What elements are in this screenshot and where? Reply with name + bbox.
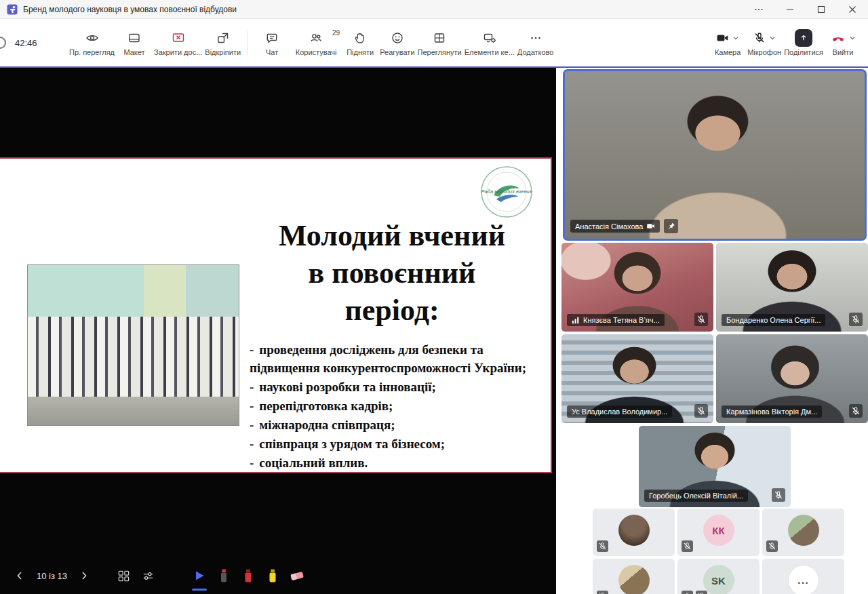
participant-name-chip: Горобець Олексій Віталій...	[644, 490, 748, 502]
slide-grid-view-button[interactable]	[113, 566, 134, 586]
video-tile-karmazinova[interactable]: Кармазінова Вікторія Дм...	[716, 334, 868, 423]
slide-bullet: -соціальний вплив.	[250, 454, 541, 472]
participant-name: Бондаренко Олена Сергії...	[726, 316, 821, 324]
red-pen-tool-button[interactable]	[238, 566, 258, 586]
ellipsis-icon	[529, 31, 542, 45]
mic-muted-icon	[696, 591, 707, 594]
participant-name: Князєва Тетяна В’яч...	[583, 316, 660, 324]
popout-icon	[216, 31, 230, 45]
camera-label: Камера	[715, 48, 741, 56]
view-button[interactable]: Переглянути	[416, 27, 463, 59]
camera-controls-button[interactable]: Елементи ке...	[463, 27, 516, 59]
window-title: Бренд молодого науковця в умовах повоєнн…	[23, 5, 237, 14]
participant-name-chip: Князєва Тетяна В’яч...	[567, 314, 665, 326]
stop-share-icon	[172, 31, 185, 45]
chevron-left-icon	[14, 570, 25, 581]
video-tile-us[interactable]: Ус Владислав Володимир...	[561, 334, 713, 423]
prev-slide-button[interactable]	[9, 566, 30, 586]
shared-screen-stage: Рада молодих вчених Молодий вчений в пов…	[0, 68, 556, 594]
stop-sharing-button[interactable]: Закрити дос...	[153, 27, 203, 59]
slide-bullet: -проведення досліджень для безпеки та пі…	[250, 340, 541, 377]
react-button[interactable]: Реагувати	[378, 27, 416, 59]
audio-tile-sk[interactable]: SK	[677, 559, 760, 594]
slide-page-indicator: 10 із 13	[37, 571, 67, 581]
more-dots-icon	[754, 5, 764, 14]
more-actions-button[interactable]: Додатково	[516, 27, 555, 59]
participants-button[interactable]: 29 Користувачі	[290, 27, 342, 59]
participant-name-chip: Кармазінова Вікторія Дм...	[722, 405, 822, 418]
stop-sharing-label: Закрити дос...	[154, 48, 202, 56]
camera-button[interactable]: Камера	[709, 27, 746, 59]
audio-tile-photo-2[interactable]	[762, 509, 844, 556]
minimize-button[interactable]	[774, 0, 806, 18]
maximize-button[interactable]	[806, 0, 837, 18]
eye-icon	[85, 31, 99, 45]
microphone-button[interactable]: Мікрофон	[746, 27, 783, 59]
bullet-text: міжнародна співпраця;	[259, 418, 395, 432]
timer-text: 42:46	[15, 38, 37, 48]
share-button[interactable]: Поділитися	[783, 27, 825, 59]
participant-name: Горобець Олексій Віталій...	[649, 492, 743, 500]
window-more-button[interactable]	[743, 0, 774, 18]
participant-name-chip: Бондаренко Олена Сергії...	[722, 314, 825, 326]
next-slide-button[interactable]	[74, 566, 94, 586]
microphone-label: Мікрофон	[747, 48, 781, 56]
unpin-button[interactable]: Відкріпити	[203, 27, 242, 59]
selected-tool-underline	[192, 589, 207, 591]
participant-name: Анастасія Сімахова	[575, 222, 643, 231]
people-icon	[309, 31, 323, 45]
photo-crowd	[28, 317, 239, 400]
layout-label: Макет	[123, 48, 144, 56]
overflow-participants-tile[interactable]: ...	[762, 559, 844, 594]
raise-hand-button[interactable]: Підняти	[342, 27, 378, 59]
audio-tile-photo-3[interactable]	[593, 559, 675, 594]
share-label: Поділитися	[784, 48, 823, 56]
highlighter-tool-button[interactable]	[262, 566, 283, 586]
toolbar-separator	[248, 30, 248, 56]
pin-icon[interactable]	[664, 219, 678, 233]
camera-on-badge-icon	[646, 222, 655, 231]
eraser-tool-button[interactable]	[287, 566, 307, 586]
close-button[interactable]	[837, 0, 868, 18]
participant-name-chip: Анастасія Сімахова	[570, 220, 660, 233]
chat-button[interactable]: Чат	[254, 27, 290, 59]
teams-app-icon	[7, 4, 18, 15]
mic-muted-icon	[597, 591, 608, 594]
video-tile-bondarenko[interactable]: Бондаренко Олена Сергії...	[716, 243, 868, 332]
leave-label: Вийти	[833, 48, 854, 56]
participants-count-badge: 29	[332, 29, 340, 37]
avatar-initials: SK	[703, 565, 734, 594]
bullet-marker: -	[250, 437, 254, 451]
pointer-tool-button[interactable]	[189, 566, 210, 586]
sound-level-icon	[572, 316, 580, 324]
leave-button[interactable]: Вийти	[825, 27, 861, 59]
logo-text: Рада молодих вчених	[481, 189, 532, 195]
audio-tile-kk[interactable]: КК	[677, 509, 760, 556]
young-scientists-council-logo: Рада молодих вчених	[480, 165, 533, 218]
bullet-text: соціальний вплив.	[259, 456, 368, 470]
avatar	[618, 565, 650, 594]
highlighter-icon	[267, 568, 278, 584]
laser-pointer-tool-button[interactable]	[214, 566, 234, 586]
participant-name: Кармазінова Вікторія Дм...	[726, 408, 817, 416]
avatar-initials: КК	[703, 515, 734, 546]
share-icon	[795, 29, 812, 47]
presentation-controls-bar: 10 із 13	[0, 557, 556, 594]
hang-up-icon	[830, 31, 846, 45]
video-tile-simakhova[interactable]: Анастасія Сімахова	[563, 69, 867, 241]
video-tile-kniazieva[interactable]: Князєва Тетяна В’яч...	[561, 243, 713, 332]
slide-bullet: -наукові розробки та інновації;	[250, 378, 541, 396]
camera-controls-label: Елементи ке...	[465, 48, 515, 56]
mic-muted-icon	[597, 540, 608, 552]
presenter-view-button[interactable]: Пр. перегляд	[68, 27, 116, 59]
slide-bullet-list: -проведення досліджень для безпеки та пі…	[250, 340, 541, 473]
layout-button[interactable]: Макет	[116, 27, 153, 59]
video-tile-horobets[interactable]: Горобець Олексій Віталій...	[639, 426, 791, 507]
bullet-marker: -	[250, 456, 254, 470]
audio-tile-photo-1[interactable]	[593, 509, 675, 556]
mic-muted-icon	[849, 404, 863, 418]
minimize-icon	[786, 5, 794, 14]
slide-options-button[interactable]	[138, 566, 158, 586]
slide-bullet: -міжнародна співпраця;	[250, 416, 541, 434]
laser-pointer-icon	[218, 568, 229, 584]
